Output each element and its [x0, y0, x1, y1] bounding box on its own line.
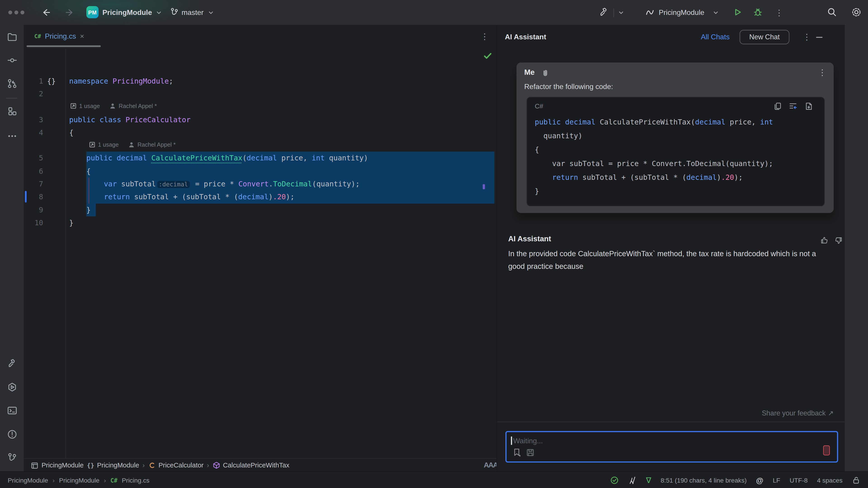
prompt-library-icon[interactable]: [512, 448, 522, 457]
debug-button[interactable]: [752, 6, 763, 18]
window-control-dot[interactable]: [14, 11, 18, 14]
inspection-profile-icon[interactable]: ∇: [646, 476, 651, 485]
fold-hint[interactable]: {}: [47, 74, 56, 87]
panel-options-icon[interactable]: ⋮: [803, 33, 811, 41]
project-tool-icon[interactable]: [6, 31, 18, 42]
run-config-widget[interactable]: PricingModule: [659, 0, 704, 25]
status-path-item[interactable]: PricingModule: [59, 477, 99, 484]
build-tool-icon[interactable]: [6, 357, 18, 369]
encoding-widget[interactable]: UTF-8: [789, 477, 808, 484]
chevron-down-icon[interactable]: [208, 11, 214, 15]
code-vision-hints[interactable]: 1 usage Rachel Appel *: [89, 140, 176, 148]
build-options-chevron-icon[interactable]: [618, 11, 624, 15]
indent-widget[interactable]: 4 spaces: [817, 477, 843, 484]
thumbs-up-icon[interactable]: [820, 236, 829, 245]
line-number[interactable]: 1: [24, 74, 43, 87]
chevron-down-icon[interactable]: [713, 11, 718, 15]
stripe-divider: [6, 98, 17, 98]
message-author: Me: [524, 68, 535, 76]
more-tools-icon[interactable]: [6, 130, 18, 142]
window-control-dot[interactable]: [8, 11, 12, 14]
line-number[interactable]: 3: [24, 113, 43, 126]
terminal-tool-icon[interactable]: [6, 404, 18, 416]
run-button[interactable]: [733, 7, 742, 17]
gutter-separator: [65, 49, 66, 458]
breadcrumb-solution[interactable]: PricingModule: [31, 461, 84, 469]
path-separator-icon: ›: [53, 477, 55, 484]
line-number[interactable]: 8: [24, 191, 43, 203]
line-number[interactable]: 6: [24, 165, 43, 177]
panel-divider: [497, 422, 845, 422]
breadcrumb-namespace[interactable]: {} PricingModule: [87, 461, 139, 469]
status-path-file[interactable]: Pricing.cs: [122, 477, 149, 484]
build-hammer-icon[interactable]: [598, 6, 610, 18]
line-number[interactable]: 7: [24, 177, 43, 191]
search-everywhere-icon[interactable]: [827, 6, 837, 18]
git-branch-icon[interactable]: [169, 7, 179, 17]
author-hint[interactable]: Rachel Appel *: [119, 102, 157, 109]
inspections-ok-icon[interactable]: [483, 52, 492, 60]
hide-panel-icon[interactable]: [816, 37, 823, 38]
problems-tool-icon[interactable]: [6, 428, 18, 440]
insert-at-caret-icon[interactable]: [788, 102, 798, 111]
project-widget[interactable]: PricingModule: [102, 0, 152, 25]
line-ending-widget[interactable]: LF: [773, 477, 780, 484]
usages-hint[interactable]: 1 usage: [79, 102, 100, 109]
editor-tabs-menu-icon[interactable]: ⋮: [480, 32, 489, 40]
chat-input[interactable]: Waiting...: [505, 431, 838, 463]
line-number[interactable]: 9: [24, 203, 43, 217]
git-tool-icon[interactable]: [6, 451, 18, 463]
share-feedback-link[interactable]: Share your feedback ↗: [762, 409, 834, 417]
run-config-type-icon[interactable]: [645, 8, 655, 17]
toolbar-divider: [613, 8, 614, 17]
status-widgets: ∇ 8:51 (190 chars, 4 line breaks) @ LF U…: [610, 476, 868, 485]
forward-icon[interactable]: [64, 7, 75, 18]
stop-generation-button[interactable]: [823, 445, 830, 455]
usages-hint[interactable]: 1 usage: [98, 140, 119, 148]
breadcrumb-method[interactable]: CalculatePriceWithTax: [213, 461, 289, 469]
breadcrumb: PricingModule {} PricingModule › PriceCa…: [24, 458, 503, 472]
active-tab-indicator: [27, 45, 101, 47]
copy-code-icon[interactable]: [773, 102, 782, 111]
author-hint[interactable]: Rachel Appel *: [137, 140, 176, 148]
project-icon[interactable]: PM: [86, 6, 98, 18]
code-line: 3public class PriceCalculator: [24, 113, 496, 126]
font-size-widget[interactable]: AAA: [484, 461, 498, 469]
back-icon[interactable]: [41, 7, 52, 18]
status-path[interactable]: PricingModule › PricingModule › C# Prici…: [0, 477, 149, 484]
thumbs-down-icon[interactable]: [834, 236, 843, 245]
line-number[interactable]: 4: [24, 126, 43, 139]
breadcrumb-class[interactable]: PriceCalculator: [148, 461, 204, 469]
all-chats-link[interactable]: All Chats: [701, 33, 730, 41]
attachment-paperclip-icon[interactable]: [541, 69, 550, 77]
breadcrumb-separator: ›: [207, 461, 209, 469]
tab-pricing-cs[interactable]: C# Pricing.cs ×: [27, 25, 92, 47]
solution-analysis-icon[interactable]: [628, 476, 637, 485]
new-chat-button[interactable]: New Chat: [740, 30, 789, 44]
pull-requests-tool-icon[interactable]: [6, 77, 18, 89]
tab-close-icon[interactable]: ×: [80, 32, 84, 39]
response-author: AI Assistant: [508, 234, 551, 243]
commit-tool-icon[interactable]: [6, 54, 18, 66]
window-control-dot[interactable]: [21, 11, 24, 14]
save-chat-icon[interactable]: [526, 448, 535, 457]
structure-tool-icon[interactable]: [6, 105, 18, 117]
new-file-from-code-icon[interactable]: [804, 102, 813, 111]
ai-status-icon[interactable]: @: [756, 476, 763, 484]
code-editor[interactable]: 1{}namespace PricingModule; 2 1 usage Ra…: [24, 49, 496, 458]
analysis-ok-icon[interactable]: [610, 476, 619, 485]
line-number[interactable]: 10: [24, 217, 43, 229]
more-actions-icon[interactable]: ⋮: [775, 8, 783, 17]
unit-tests-tool-icon[interactable]: [6, 381, 18, 393]
message-options-icon[interactable]: ⋮: [818, 68, 827, 76]
code-vision-hints[interactable]: 1 usage Rachel Appel *: [70, 102, 157, 109]
line-number[interactable]: 2: [24, 87, 43, 100]
branch-widget[interactable]: master: [182, 0, 204, 25]
status-path-item[interactable]: PricingModule: [8, 477, 48, 484]
lock-icon[interactable]: [852, 476, 860, 485]
settings-gear-icon[interactable]: [851, 6, 862, 18]
code-line: 7var subTotal:decimal = price * Convert.…: [24, 177, 496, 191]
caret-position-widget[interactable]: 8:51 (190 chars, 4 line breaks): [661, 477, 747, 484]
chevron-down-icon[interactable]: [156, 11, 162, 15]
line-number[interactable]: 5: [24, 152, 43, 165]
